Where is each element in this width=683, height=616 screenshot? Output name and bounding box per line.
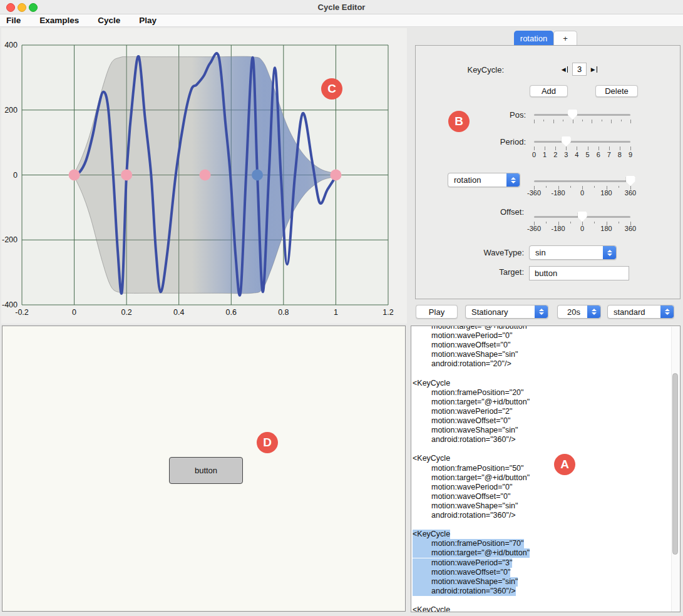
rotation-slider-tick-label: 0 xyxy=(571,189,593,197)
keyframe-dot[interactable] xyxy=(200,170,211,181)
xml-line[interactable]: motion:waveOffset="0" xyxy=(413,492,510,501)
offset-slider-tick-label: 360 xyxy=(619,225,642,232)
duration-select[interactable]: 20s xyxy=(557,305,601,319)
x-axis-tick-label: 1.2 xyxy=(383,308,393,317)
y-axis-tick-label: 0 xyxy=(13,171,18,180)
style-select[interactable]: standard xyxy=(607,305,674,319)
wavetype-select[interactable]: sin xyxy=(529,245,617,260)
xml-line[interactable]: motion:target="@+id/button" xyxy=(413,548,530,558)
xml-line[interactable]: <KeyCycle xyxy=(413,530,450,539)
keycycle-prev-button[interactable]: ◀ xyxy=(559,63,570,75)
xml-line[interactable]: motion:wavePeriod="0" xyxy=(413,331,512,341)
rotation-slider-tick-label: -360 xyxy=(523,189,545,197)
wavetype-label: WaveType: xyxy=(461,248,524,257)
offset-slider-tick-label: 0 xyxy=(571,225,593,232)
xml-line[interactable]: motion:waveShape="sin" xyxy=(413,350,518,359)
xml-line[interactable]: motion:target="@+id/button" xyxy=(413,398,530,407)
arrow-bar-icon xyxy=(597,66,598,73)
cycle-waveform-chart[interactable]: 4002000-200-400-0.200.20.40.60.811.2 xyxy=(1,28,407,324)
slider-tick xyxy=(630,146,631,150)
xml-line[interactable]: motion:framePosition="20" xyxy=(413,388,524,398)
target-input[interactable]: button xyxy=(529,266,629,280)
keyframe-dot[interactable] xyxy=(69,170,80,181)
tab-rotation[interactable]: rotation xyxy=(514,31,553,46)
xml-line[interactable]: motion:target="@+id/button" xyxy=(413,326,530,331)
chevron-up-down-icon xyxy=(603,246,616,259)
slider-tick xyxy=(619,186,619,188)
arrow-right-icon: ▶ xyxy=(591,66,595,73)
slider-tick xyxy=(594,186,595,188)
xml-line[interactable]: motion:wavePeriod="3" xyxy=(413,558,512,568)
annotation-badge-c: C xyxy=(321,78,342,100)
keyframe-dot[interactable] xyxy=(121,170,132,181)
xml-line[interactable]: motion:target="@+id/button" xyxy=(413,473,530,483)
mode-select[interactable]: Stationary xyxy=(465,305,548,319)
arrow-bar-icon xyxy=(567,66,568,73)
menu-cycle[interactable]: Cycle xyxy=(98,16,120,25)
xml-line[interactable]: motion:wavePeriod="0" xyxy=(413,483,512,492)
pos-slider-track[interactable] xyxy=(534,114,630,116)
menu-file[interactable]: File xyxy=(6,16,21,25)
slider-tick xyxy=(555,146,556,150)
menu-examples[interactable]: Examples xyxy=(39,16,79,25)
x-axis-tick-label: 0.8 xyxy=(278,308,289,317)
xml-line[interactable]: android:rotation="360"/> xyxy=(413,511,516,520)
add-button[interactable]: Add xyxy=(530,85,568,97)
title-bar: Cycle Editor xyxy=(0,0,683,14)
slider-tick xyxy=(592,120,592,123)
cycle-graph-panel[interactable]: 4002000-200-400-0.200.20.40.60.811.2 xyxy=(1,28,407,324)
x-axis-tick-label: 0.4 xyxy=(173,308,184,317)
x-axis-tick-label: 0 xyxy=(72,308,76,317)
xml-line[interactable]: android:rotation="20"/> xyxy=(413,359,511,369)
keycycle-label: KeyCycle: xyxy=(441,65,504,74)
preview-button-widget[interactable]: button xyxy=(169,457,243,484)
keyframe-dot[interactable] xyxy=(330,170,341,181)
period-slider-track[interactable] xyxy=(534,141,630,143)
scrollbar-track[interactable] xyxy=(671,327,679,612)
xml-line[interactable]: motion:waveOffset="0" xyxy=(413,341,510,350)
keyframe-dot-selected[interactable] xyxy=(252,170,263,181)
xml-line[interactable]: motion:framePosition="50" xyxy=(413,464,524,473)
xml-line[interactable]: motion:waveOffset="0" xyxy=(413,568,510,577)
y-axis-tick-label: 200 xyxy=(4,106,18,115)
attribute-select[interactable]: rotation xyxy=(448,173,520,187)
layout-preview-panel: button xyxy=(2,326,406,612)
rotation-slider-tick-label: -180 xyxy=(547,189,570,197)
xml-line[interactable]: motion:wavePeriod="2" xyxy=(413,407,512,416)
pos-label: Pos: xyxy=(476,110,526,120)
tab-add-new[interactable]: + xyxy=(553,31,577,46)
xml-editor[interactable]: motion:target="@+id/button"motion:wavePe… xyxy=(411,326,680,612)
xml-line[interactable]: <KeyCycle xyxy=(413,605,450,612)
xml-line[interactable]: motion:waveShape="sin" xyxy=(413,577,518,587)
period-slider-tick-label: 9 xyxy=(619,151,642,158)
xml-line[interactable]: motion:waveShape="sin" xyxy=(413,501,518,511)
keycycle-editor-panel xyxy=(415,45,680,299)
slider-tick xyxy=(582,120,583,121)
keycycle-next-button[interactable]: ▶ xyxy=(588,63,600,75)
slider-tick xyxy=(594,222,595,223)
xml-line[interactable]: <KeyCycle xyxy=(413,379,450,388)
attribute-select-value: rotation xyxy=(448,175,506,185)
menu-play[interactable]: Play xyxy=(139,16,157,25)
style-select-value: standard xyxy=(608,307,660,317)
xml-line[interactable]: motion:framePosition="70" xyxy=(413,539,524,548)
chevron-up-down-icon xyxy=(660,305,674,318)
slider-tick xyxy=(545,146,545,150)
rotation-slider-track[interactable] xyxy=(534,180,630,182)
chevron-up-down-icon xyxy=(506,173,520,187)
delete-button[interactable]: Delete xyxy=(595,85,638,97)
play-button[interactable]: Play xyxy=(416,305,458,319)
slider-tick xyxy=(563,120,563,121)
xml-line[interactable]: motion:waveOffset="0" xyxy=(413,416,510,426)
target-label: Target: xyxy=(461,267,524,277)
keycycle-value[interactable]: 3 xyxy=(572,63,587,76)
arrow-left-icon: ◀ xyxy=(562,66,566,73)
xml-line[interactable]: motion:waveShape="sin" xyxy=(413,426,518,435)
xml-line[interactable]: android:rotation="360"/> xyxy=(413,587,516,596)
y-axis-tick-label: 400 xyxy=(4,41,18,49)
xml-line[interactable]: android:rotation="360"/> xyxy=(413,435,516,444)
xml-line[interactable]: <KeyCycle xyxy=(413,454,450,463)
period-label: Period: xyxy=(476,137,526,146)
scrollbar-thumb[interactable] xyxy=(672,373,678,555)
slider-tick xyxy=(566,146,567,150)
